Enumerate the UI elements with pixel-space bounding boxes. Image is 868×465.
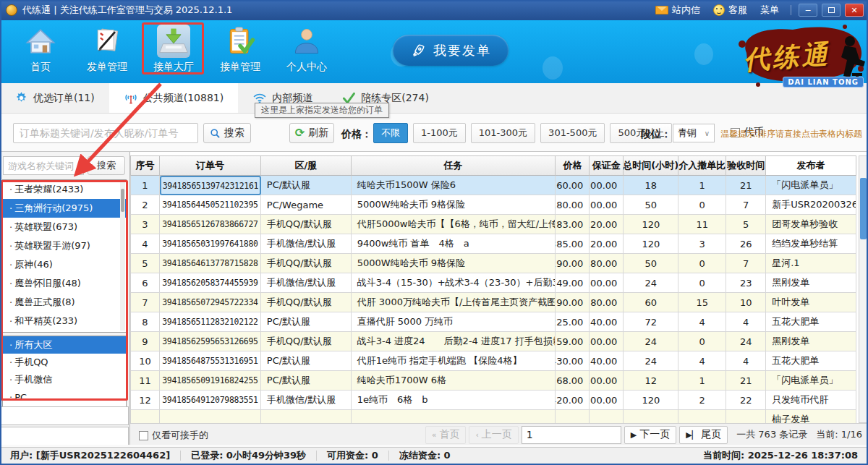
table-scrollbar[interactable] — [859, 155, 868, 423]
inbox-button[interactable]: 站内信 — [651, 4, 705, 17]
game-item-label: 英雄联盟(673) — [14, 221, 77, 234]
game-item[interactable]: ·王者荣耀(2433) — [3, 180, 126, 199]
game-list-scrollbar[interactable] — [120, 182, 125, 330]
cell-区/服: 手机QQ/默认服 — [261, 293, 352, 312]
game-item[interactable]: ·三角洲行动(2975) — [3, 199, 126, 218]
game-search-input[interactable] — [3, 156, 84, 175]
scrollbar-thumb[interactable] — [121, 189, 124, 212]
cell-订单号: 39418565072945722334 — [160, 293, 261, 312]
table-row[interactable]: 339418565126783866727手机QQ/默认服代肝5000w哈夫币【… — [131, 215, 856, 234]
page-number-input[interactable] — [522, 426, 621, 444]
order-search-button[interactable]: 搜索 — [203, 123, 251, 143]
cell-区/服: 手机QQ/默认服 — [261, 332, 352, 351]
table-row[interactable]: 939418562595653126695手机QQ/默认服战斗3-4 进度24 … — [131, 332, 856, 351]
menu-label: 菜单 — [760, 4, 779, 17]
nav-item-order-hall[interactable]: 接单大厅 — [140, 25, 207, 74]
tab-preferred-orders[interactable]: 优选订单(11) — [0, 83, 109, 113]
bullet-icon: · — [9, 392, 12, 403]
table-row[interactable]: 1139418565091916824255PC/默认服纯哈夫币1700W 6格… — [131, 371, 856, 391]
scrollbar-thumb[interactable] — [860, 178, 867, 239]
nav-item-home[interactable]: 首页 — [7, 25, 74, 74]
cell-验收时间: 26 — [726, 234, 766, 254]
region-item[interactable]: ·所有大区 — [3, 336, 126, 354]
column-header-10[interactable]: 发布者 — [766, 156, 856, 176]
tab-public-channel[interactable]: 公共频道(10881) — [109, 83, 238, 113]
price-option[interactable]: 1-100元 — [413, 123, 466, 143]
table-row-partial[interactable]: 柚子发单 — [131, 410, 856, 423]
table-row[interactable]: 839418565112832102122PC/默认服直播代肝 5000 万纯币… — [131, 312, 856, 332]
first-page-button[interactable]: « 首页 — [425, 426, 467, 444]
column-header-4[interactable]: 任务 — [352, 156, 556, 176]
cell-价格: 420.00 — [556, 391, 590, 410]
game-item[interactable]: ·和平精英(233) — [3, 312, 126, 330]
column-header-7[interactable]: 总时间(小时) — [624, 156, 678, 176]
maximize-button[interactable] — [822, 4, 841, 17]
table-row[interactable]: 239418564450521102395PC/Wegame5000W纯哈夫币 … — [131, 195, 856, 215]
table-row[interactable]: 1239418564912079883551手机微信/默认服1e纯币 6格 b4… — [131, 391, 856, 410]
last-page-icon: ▶▏ — [686, 430, 698, 440]
cell-发布者: 新手USR202003260218 — [766, 195, 856, 215]
table-row[interactable]: 139418565139742312161PC/默认服纯哈夫币1500W 保险6… — [131, 176, 856, 195]
table-row[interactable]: 739418565072945722334手机QQ/默认服代肝 3000万纯哈夫… — [131, 293, 856, 312]
menu-button[interactable]: 菜单 — [756, 4, 783, 17]
status-frozen-funds: 冻结资金: 0 — [389, 449, 461, 462]
price-option[interactable]: 301-500元 — [540, 123, 605, 143]
prev-page-button[interactable]: ‹ 上一页 — [469, 426, 518, 444]
game-search-label: 搜索 — [97, 159, 116, 172]
column-header-2[interactable]: 订单号 — [160, 156, 261, 176]
game-item-clipped[interactable] — [3, 330, 126, 333]
cell-区/服: PC/默认服 — [261, 371, 352, 391]
column-header-3[interactable]: 区/服 — [261, 156, 352, 176]
cell-发布者: 黑刚发单 — [766, 273, 856, 293]
cell-总时间(小时): 18 — [624, 176, 678, 195]
cell-验收时间 — [726, 410, 766, 423]
chevron-down-icon: ∨ — [705, 129, 710, 137]
region-item[interactable]: ·手机QQ — [3, 354, 126, 371]
nav-item-order-manage[interactable]: 接单管理 — [207, 25, 273, 74]
game-item[interactable]: ·英雄联盟(673) — [3, 218, 126, 236]
close-button[interactable]: ✕ — [845, 4, 864, 17]
game-item[interactable]: ·魔兽怀旧服(48) — [3, 274, 126, 293]
cell-价格: 59.00 — [556, 332, 590, 351]
column-header-5[interactable]: 价格 — [556, 156, 590, 176]
next-page-button[interactable]: ▶ 下一页 — [624, 426, 676, 444]
bullet-icon: · — [9, 278, 12, 289]
column-header-9[interactable]: 验收时间 — [726, 156, 766, 176]
cell-保证金: 100.00 — [590, 273, 624, 293]
cell-保证金: 120.00 — [590, 215, 624, 234]
table-row[interactable]: 539418564613778715828手机QQ/默认服5000W纯哈夫币 9… — [131, 254, 856, 273]
cell-保证金: 100.00 — [590, 371, 624, 391]
column-header-8[interactable]: 介入撤单比 — [678, 156, 726, 176]
game-search-button[interactable]: 搜索 — [88, 156, 125, 175]
first-page-label: 首页 — [439, 428, 459, 441]
publish-order-button[interactable]: 我要发单 — [393, 35, 509, 66]
last-page-label: 尾页 — [701, 428, 721, 441]
customer-service-button[interactable]: 客服 — [709, 4, 752, 17]
game-item[interactable]: ·魔兽正式服(8) — [3, 293, 126, 312]
cell-序号: 9 — [131, 332, 160, 351]
game-item[interactable]: ·英雄联盟手游(97) — [3, 236, 126, 255]
order-search-input[interactable] — [13, 123, 198, 143]
column-header-1[interactable]: 序号 — [131, 156, 160, 176]
cell-介入撤单比: 1 — [678, 176, 726, 195]
column-header-6[interactable]: 保证金 — [590, 156, 624, 176]
region-item[interactable]: ·手机微信 — [3, 371, 126, 388]
minimize-button[interactable]: ─ — [799, 4, 817, 17]
cell-任务 — [352, 410, 556, 423]
cell-任务: 5000W纯哈夫币 9格保险 — [352, 254, 556, 273]
price-option[interactable]: 101-300元 — [471, 123, 535, 143]
nav-item-dispatch-manage[interactable]: 发单管理 — [74, 25, 140, 74]
table-row[interactable]: 639418562058374455939手机微信/默认服战斗3-4（15-30… — [131, 273, 856, 293]
only-acceptable-checkbox[interactable]: 仅看可接手的 — [139, 429, 208, 442]
refresh-button[interactable]: ⟳ 刷新 — [289, 123, 334, 143]
price-option[interactable]: 不限 — [373, 123, 408, 143]
table-row[interactable]: 1039418564875531316951PC/默认服代肝1e纯币 指定手机端… — [131, 351, 856, 371]
bullet-icon: · — [9, 222, 12, 233]
last-page-button[interactable]: ▶▏ 尾页 — [679, 426, 728, 444]
nav-item-profile[interactable]: 个人中心 — [273, 25, 340, 74]
rank-dropdown[interactable]: 青铜 ∨ — [673, 124, 715, 142]
region-item[interactable]: ·PC — [3, 388, 126, 406]
table-row[interactable]: 439418565031997641880手机微信/默认服9400w纯币 首单 … — [131, 234, 856, 254]
logo-caption: DAI LIAN TONG — [783, 77, 864, 88]
game-item[interactable]: ·原神(46) — [3, 255, 126, 274]
